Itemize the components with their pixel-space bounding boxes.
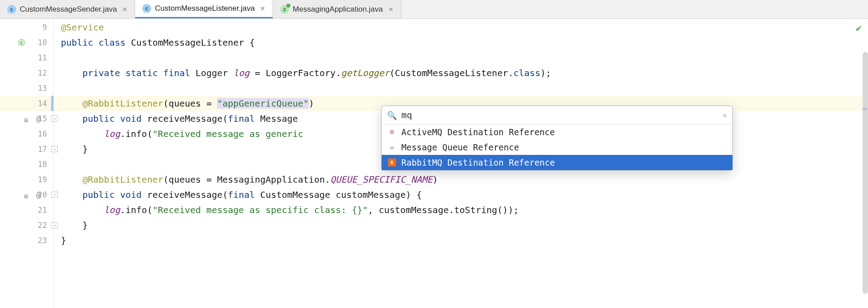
annotation-at-icon: @ xyxy=(36,190,41,199)
gutter-line[interactable]: ≡ @ 20 − xyxy=(0,187,53,202)
inspection-ok-icon[interactable]: ✔ xyxy=(856,22,862,34)
code-line[interactable]: log.info("Received message as specific c… xyxy=(54,202,868,218)
code-line[interactable] xyxy=(54,81,868,96)
popup-item-rabbitmq[interactable]: R RabbitMQ Destination Reference xyxy=(382,155,732,170)
code-line[interactable]: @RabbitListener(queues = MessagingApplic… xyxy=(54,172,868,187)
close-icon[interactable]: ✕ xyxy=(260,5,265,12)
gutter-line[interactable]: 9 xyxy=(0,20,53,35)
tab-custom-message-sender[interactable]: c CustomMessageSender.java ✕ xyxy=(0,0,135,18)
message-queue-icon: ✉ xyxy=(388,143,396,151)
editor-area: 9 c 10 11 12 13 14 ≡ @ 15 − 16 17− 18 19… xyxy=(0,19,868,308)
override-icon[interactable]: ≡ xyxy=(24,192,30,198)
code-line[interactable]: } xyxy=(54,233,868,248)
search-icon: 🔍 xyxy=(387,111,397,120)
gutter-line[interactable]: 18 xyxy=(0,157,53,172)
popup-item-activemq[interactable]: ※ ActiveMQ Destination Reference xyxy=(382,124,732,140)
tab-messaging-application[interactable]: c MessagingApplication.java ✕ xyxy=(273,0,401,18)
code-line[interactable]: public void receiveMessage(final CustomM… xyxy=(54,187,868,202)
popup-item-label: RabbitMQ Destination Reference xyxy=(401,158,555,167)
rabbitmq-icon: R xyxy=(388,158,396,167)
tab-bar: c CustomMessageSender.java ✕ c CustomMes… xyxy=(0,0,868,19)
completion-popup: 🔍 ✕ ※ ActiveMQ Destination Reference ✉ M… xyxy=(381,106,733,171)
gutter-line[interactable]: 14 xyxy=(0,96,53,111)
overview-ruler[interactable] xyxy=(862,19,868,308)
clear-icon[interactable]: ✕ xyxy=(723,111,727,120)
gutter-line[interactable]: 17− xyxy=(0,141,53,157)
gutter-line[interactable]: 23 xyxy=(0,233,53,248)
tab-label: CustomMessageListener.java xyxy=(155,4,255,13)
gutter-line[interactable]: 16 xyxy=(0,126,53,141)
tab-custom-message-listener[interactable]: c CustomMessageListener.java ✕ xyxy=(135,0,273,18)
caret-line-stripe xyxy=(51,96,54,111)
java-runnable-class-icon: c xyxy=(280,5,289,14)
gutter-line[interactable]: 11 xyxy=(0,50,53,65)
code-line[interactable]: private static final Logger log = Logger… xyxy=(54,65,868,81)
close-icon[interactable]: ✕ xyxy=(122,6,128,13)
code-line[interactable] xyxy=(54,50,868,65)
popup-item-label: ActiveMQ Destination Reference xyxy=(401,127,555,137)
java-class-icon: c xyxy=(7,5,16,14)
code-line[interactable]: public class CustomMessageListener { xyxy=(54,35,868,50)
ruler-mark[interactable] xyxy=(863,108,867,110)
popup-search-row: 🔍 ✕ xyxy=(382,106,732,124)
gutter-line[interactable]: 13 xyxy=(0,81,53,96)
gutter-line[interactable]: 12 xyxy=(0,65,53,81)
gutter-line[interactable]: ≡ @ 15 − xyxy=(0,111,53,126)
tab-label: CustomMessageSender.java xyxy=(20,5,117,14)
gutter-line[interactable]: c 10 xyxy=(0,35,53,50)
java-class-icon: c xyxy=(142,4,151,13)
code-line[interactable]: } xyxy=(54,218,868,233)
scrollbar-thumb[interactable] xyxy=(863,52,868,294)
spring-bean-icon[interactable]: c xyxy=(18,39,25,46)
gutter: 9 c 10 11 12 13 14 ≡ @ 15 − 16 17− 18 19… xyxy=(0,19,54,308)
close-icon[interactable]: ✕ xyxy=(388,6,394,13)
activemq-icon: ※ xyxy=(388,128,396,136)
popup-search-input[interactable] xyxy=(401,110,718,120)
override-icon[interactable]: ≡ xyxy=(24,116,30,122)
tab-label: MessagingApplication.java xyxy=(293,5,383,14)
popup-item-message-queue[interactable]: ✉ Message Queue Reference xyxy=(382,140,732,155)
gutter-line[interactable]: 21 xyxy=(0,202,53,218)
code-editor[interactable]: ✔ @Service public class CustomMessageLis… xyxy=(54,19,868,308)
code-line[interactable]: @Service xyxy=(54,20,868,35)
annotation-at-icon: @ xyxy=(36,114,41,123)
gutter-line[interactable]: 22− xyxy=(0,218,53,233)
gutter-line[interactable]: 19 xyxy=(0,172,53,187)
popup-item-label: Message Queue Reference xyxy=(401,142,519,152)
